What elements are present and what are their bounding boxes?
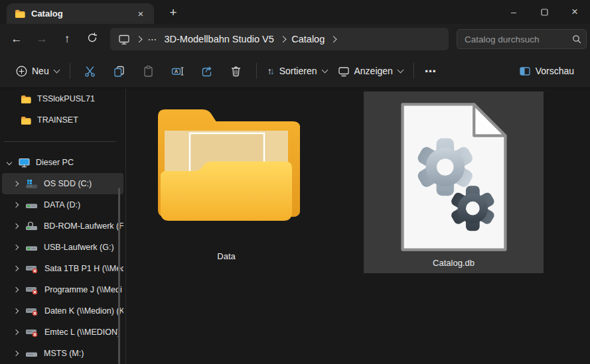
breadcrumb-item[interactable]: 3D-Modellbahn Studio V5 bbox=[165, 34, 274, 44]
sidebar-item-trainset[interactable]: TRAINSET bbox=[2, 109, 123, 131]
rename-icon: A bbox=[171, 65, 184, 78]
chevron-down-icon[interactable] bbox=[7, 160, 12, 165]
sidebar-item-data-d[interactable]: DATA (D:) bbox=[2, 194, 123, 215]
copy-icon bbox=[113, 65, 125, 78]
sort-button-label: Sortieren bbox=[279, 66, 317, 76]
window-controls: – × bbox=[498, 0, 590, 24]
address-row: ← → ↑ ⋯ 3D-Modellbahn Studio V5 Catalog bbox=[0, 24, 590, 54]
drive-icon bbox=[25, 243, 38, 253]
toolbar-separator bbox=[256, 63, 257, 79]
trash-icon bbox=[230, 65, 242, 78]
folder-large-icon bbox=[153, 108, 300, 229]
chevron-right-icon bbox=[279, 36, 285, 42]
maximize-button[interactable] bbox=[529, 0, 559, 24]
network-drive-icon bbox=[25, 284, 38, 295]
chevron-right-icon[interactable] bbox=[13, 202, 19, 208]
chevron-right-icon[interactable] bbox=[13, 223, 19, 229]
refresh-icon[interactable] bbox=[80, 29, 105, 50]
chevron-down-icon bbox=[53, 67, 60, 74]
sidebar-item-emtec-l[interactable]: Emtec L (\\MEDION) bbox=[2, 322, 123, 343]
cut-button[interactable] bbox=[76, 60, 105, 82]
file-item-catalog-db[interactable]: Catalog.db bbox=[364, 91, 544, 273]
chevron-right-icon[interactable] bbox=[13, 287, 19, 292]
rename-button[interactable]: A bbox=[163, 60, 192, 82]
preview-button[interactable]: Vorschau bbox=[514, 62, 579, 81]
preview-pane-icon bbox=[519, 66, 531, 77]
preview-button-label: Vorschau bbox=[536, 66, 574, 76]
view-icon bbox=[338, 66, 350, 77]
folder-icon bbox=[21, 116, 31, 125]
up-button[interactable]: ↑ bbox=[54, 29, 80, 50]
new-tab-button[interactable]: + bbox=[163, 3, 183, 23]
sidebar-item-msts-m[interactable]: MSTS (M:) bbox=[2, 343, 123, 364]
breadcrumb-item[interactable]: Catalog bbox=[291, 34, 325, 44]
share-icon bbox=[200, 65, 213, 78]
network-drive-icon bbox=[25, 327, 38, 337]
windows-drive-icon bbox=[25, 179, 38, 189]
chevron-right-icon[interactable] bbox=[13, 266, 19, 271]
folder-icon bbox=[21, 95, 31, 103]
file-explorer-window: Catalog × + – × ← → ↑ ⋯ 3D-Modellbahn St… bbox=[0, 0, 590, 364]
view-button-label: Anzeigen bbox=[354, 66, 393, 76]
file-name: Data bbox=[217, 251, 235, 261]
paste-button[interactable] bbox=[134, 60, 163, 82]
folder-icon bbox=[15, 9, 25, 18]
forward-button[interactable]: → bbox=[29, 29, 54, 50]
back-button[interactable]: ← bbox=[4, 29, 29, 50]
search-icon bbox=[571, 34, 582, 44]
sort-icon: ↑↓ bbox=[267, 66, 275, 76]
this-pc-icon bbox=[118, 34, 130, 45]
chevron-right-icon[interactable] bbox=[13, 351, 19, 356]
sort-button[interactable]: ↑↓ Sortieren bbox=[262, 62, 332, 80]
chevron-right-icon bbox=[136, 36, 142, 42]
view-button[interactable]: Anzeigen bbox=[332, 62, 408, 81]
breadcrumb[interactable]: ⋯ 3D-Modellbahn Studio V5 Catalog bbox=[110, 28, 449, 50]
database-file-icon bbox=[398, 101, 510, 253]
search-input[interactable] bbox=[463, 34, 571, 45]
more-button[interactable]: ⋯ bbox=[419, 60, 442, 82]
file-item-data-folder[interactable]: Data bbox=[151, 108, 301, 261]
svg-text:A: A bbox=[175, 68, 178, 74]
chevron-down-icon bbox=[397, 67, 404, 74]
command-bar: Neu A ↑↓ Sortieren bbox=[0, 54, 590, 88]
sidebar-item-sata-h[interactable]: Sata 1TB P1 H (\\Med bbox=[2, 258, 123, 279]
minimize-button[interactable]: – bbox=[498, 0, 529, 24]
search-box[interactable] bbox=[457, 29, 587, 49]
title-bar: Catalog × + – × bbox=[0, 0, 590, 24]
toolbar-separator bbox=[413, 63, 414, 79]
sidebar-item-tsslokpusl71[interactable]: TSSlokPUSL71 bbox=[2, 88, 123, 109]
sidebar-item-dieser-pc[interactable]: Dieser PC bbox=[2, 152, 123, 173]
breadcrumb-ellipsis[interactable]: ⋯ bbox=[148, 34, 158, 44]
delete-button[interactable] bbox=[222, 60, 251, 82]
plus-circle-icon bbox=[16, 66, 27, 77]
copy-button[interactable] bbox=[105, 60, 134, 82]
network-drive-icon bbox=[25, 306, 38, 316]
file-name: Catalog.db bbox=[433, 258, 475, 268]
optical-drive-icon bbox=[25, 221, 38, 231]
toolbar-separator bbox=[70, 63, 70, 79]
chevron-right-icon[interactable] bbox=[13, 245, 19, 250]
sidebar-item-usb-g[interactable]: USB-Laufwerk (G:) bbox=[2, 237, 123, 258]
sidebar: TSSlokPUSL71 TRAINSET Dieser PC OS SDD (… bbox=[0, 88, 125, 364]
tab-catalog[interactable]: Catalog × bbox=[7, 3, 154, 24]
chevron-right-icon[interactable] bbox=[13, 181, 19, 186]
pc-icon bbox=[19, 158, 30, 168]
chevron-right-icon[interactable] bbox=[13, 308, 19, 314]
new-button[interactable]: Neu bbox=[11, 62, 64, 81]
sidebar-item-programme-j[interactable]: Programme J (\\Medi bbox=[2, 279, 123, 300]
network-drive-icon bbox=[25, 263, 38, 274]
close-button[interactable]: × bbox=[559, 0, 590, 24]
drive-plain-icon bbox=[25, 349, 38, 359]
sidebar-item-daten-k[interactable]: Daten K (\\Medion) (K bbox=[2, 300, 123, 322]
tab-title: Catalog bbox=[31, 9, 127, 19]
sidebar-scrollbar[interactable] bbox=[118, 188, 120, 364]
chevron-right-icon[interactable] bbox=[13, 330, 19, 335]
drive-icon bbox=[25, 200, 38, 210]
sidebar-item-os-sdd-c[interactable]: OS SDD (C:) bbox=[2, 173, 123, 194]
file-list: Data bbox=[126, 88, 590, 364]
tab-close-icon[interactable]: × bbox=[133, 6, 149, 22]
clipboard-icon bbox=[142, 65, 155, 78]
share-button[interactable] bbox=[192, 60, 222, 82]
sidebar-item-bd-rom-f[interactable]: BD-ROM-Laufwerk (F bbox=[2, 215, 123, 237]
sidebar-divider bbox=[0, 131, 125, 152]
